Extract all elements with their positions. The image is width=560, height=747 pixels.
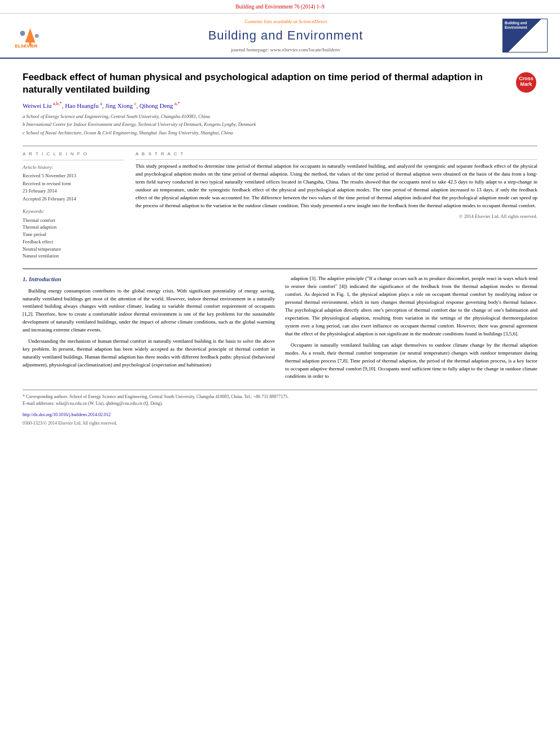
journal-header: ELSEVIER Contents lists available at Sci… (0, 14, 560, 59)
keyword-4: Feedback effect (23, 238, 124, 246)
keyword-5: Neutral temperature (23, 246, 124, 253)
copyright-line: © 2014 Elsevier Ltd. All rights reserved… (135, 213, 537, 220)
affiliations: a School of Energy Science and Engineeri… (23, 113, 506, 137)
keyword-6: Natural ventilation (23, 252, 124, 260)
body-section: 1. Introduction Building energy consumpt… (23, 268, 537, 384)
elsevier-logo: ELSEVIER (12, 23, 63, 49)
info-abstract-layout: A R T I C L E I N F O Article history: R… (23, 151, 537, 260)
authors-line: Weiwei Liu a,b,*, Hao Huangfu a, Jing Xi… (23, 101, 506, 110)
svg-point-3 (20, 30, 25, 36)
article-info-label: A R T I C L E I N F O (23, 151, 124, 160)
abstract-text: This study proposed a method to determin… (135, 163, 537, 210)
crossmark-badge: Cross Mark (515, 71, 537, 94)
body-right-column: adaption [3]. The adaptive principle ("I… (285, 275, 537, 384)
keywords-label: Keywords: (23, 207, 124, 215)
intro-heading: 1. Introduction (23, 275, 275, 283)
accepted-date: Accepted 26 February 2014 (23, 195, 124, 203)
keyword-1: Thermal comfort (23, 217, 124, 224)
elsevier-logo-area: ELSEVIER (7, 23, 69, 49)
article-title-area: Feedback effect of human physical and ps… (23, 71, 506, 139)
journal-logo-box-area: Building andEnvironment (502, 19, 553, 53)
intro-paragraph-1: Building energy consumption contributes … (23, 287, 275, 335)
title-divider (23, 146, 537, 146)
journal-homepage: journal homepage: www.elsevier.com/locat… (75, 46, 497, 54)
svg-text:ELSEVIER: ELSEVIER (15, 43, 38, 49)
body-two-col-layout: 1. Introduction Building energy consumpt… (23, 275, 537, 384)
footnote-email: E-mail addresses: wliu@csu.edu.cn (W. Li… (23, 400, 537, 407)
journal-reference: Building and Environment 76 (2014) 1–9 (0, 0, 560, 14)
svg-text:Cross: Cross (519, 76, 533, 81)
footnote-star-note: * Corresponding authors. School of Energ… (23, 394, 537, 400)
article-content: Feedback effect of human physical and ps… (0, 59, 560, 433)
license-line: 0360-1323/© 2014 Elsevier Ltd. All right… (23, 420, 537, 427)
keywords-section: Keywords: Thermal comfort Thermal adapti… (23, 207, 124, 260)
keyword-2: Thermal adaption (23, 224, 124, 231)
article-title: Feedback effect of human physical and ps… (23, 71, 506, 96)
journal-title-area: Contents lists available at ScienceDirec… (69, 18, 502, 53)
article-title-section: Feedback effect of human physical and ps… (23, 64, 537, 139)
journal-logo: Building andEnvironment (502, 19, 548, 53)
doi-line: http://dx.doi.org/10.1016/j.buildenv.201… (23, 412, 537, 418)
abstract-column: A B S T R A C T This study proposed a me… (135, 151, 537, 260)
revised-date: Received in revised form 23 February 201… (23, 180, 124, 195)
journal-title: Building and Environment (75, 27, 497, 45)
article-info: A R T I C L E I N F O Article history: R… (23, 151, 124, 260)
crossmark-icon: Cross Mark (515, 71, 537, 94)
article-history-label: Article history: (23, 163, 124, 171)
footnote-section: * Corresponding authors. School of Energ… (23, 390, 537, 427)
right-paragraph-2: Occupants in naturally ventilated buildi… (285, 342, 537, 381)
received-date: Received 5 November 2013 (23, 172, 124, 180)
abstract-section: A B S T R A C T This study proposed a me… (135, 151, 537, 220)
svg-text:Mark: Mark (520, 81, 532, 87)
intro-paragraph-2: Understanding the mechanism of human the… (23, 338, 275, 369)
keyword-3: Time period (23, 231, 124, 238)
contents-available-line: Contents lists available at ScienceDirec… (75, 18, 497, 25)
abstract-label: A B S T R A C T (135, 151, 537, 160)
svg-point-4 (35, 34, 39, 38)
right-paragraph-1: adaption [3]. The adaptive principle ("I… (285, 275, 537, 338)
article-info-column: A R T I C L E I N F O Article history: R… (23, 151, 124, 260)
body-left-column: 1. Introduction Building energy consumpt… (23, 275, 275, 384)
